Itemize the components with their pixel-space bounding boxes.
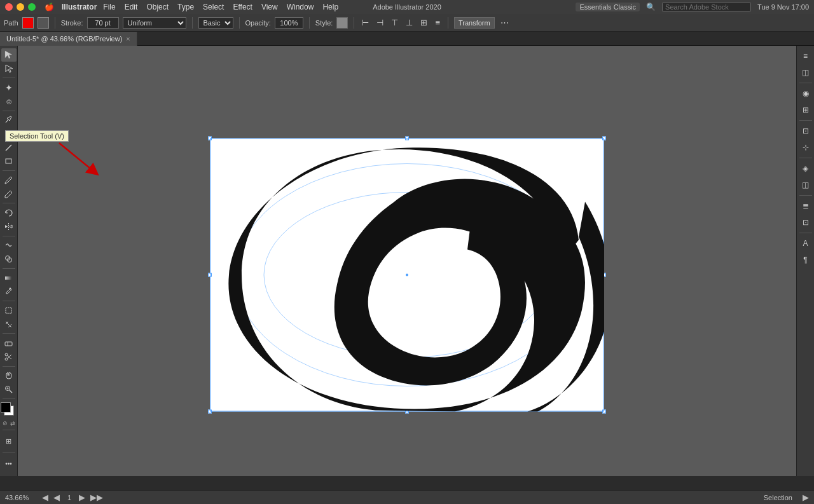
- close-button[interactable]: [5, 3, 13, 11]
- direct-selection-tool-btn[interactable]: [1, 62, 17, 76]
- lasso-btn[interactable]: ⌾: [1, 95, 17, 108]
- time-display: Tue 9 Nov 17:00: [757, 3, 809, 11]
- gradient-panel-btn[interactable]: ⊹: [798, 140, 813, 155]
- svg-line-14: [8, 355, 12, 359]
- align-top-btn[interactable]: ⊥: [404, 18, 415, 27]
- align-middle-btn[interactable]: ⊞: [418, 18, 429, 27]
- pen-btn[interactable]: [1, 113, 17, 126]
- color-swatches[interactable]: [1, 402, 17, 419]
- hand-btn[interactable]: [1, 369, 17, 382]
- transform-btn[interactable]: Transform: [454, 17, 495, 29]
- zoom-btn[interactable]: [1, 383, 17, 396]
- svg-rect-9: [6, 308, 11, 313]
- play-btn[interactable]: ▶: [803, 493, 809, 502]
- gradient-btn[interactable]: [1, 271, 17, 285]
- sep-bottom: [3, 430, 15, 430]
- last-page-btn[interactable]: ▶▶: [90, 493, 103, 502]
- next-page-btn[interactable]: ◀: [53, 493, 60, 502]
- none-icon[interactable]: ⊘: [3, 420, 8, 426]
- pencil-btn[interactable]: [1, 187, 17, 201]
- menu-select[interactable]: Select: [200, 1, 226, 13]
- tab-close-btn[interactable]: ×: [126, 35, 130, 43]
- foreground-color-swatch[interactable]: [1, 402, 11, 412]
- align-center-btn[interactable]: ⊣: [375, 18, 385, 27]
- paragraph-btn[interactable]: ¶: [798, 252, 813, 268]
- align-bottom-btn[interactable]: ≡: [433, 18, 442, 27]
- libraries-btn[interactable]: ◫: [798, 65, 813, 80]
- menu-object[interactable]: Object: [144, 1, 171, 13]
- stroke-value-input[interactable]: [87, 17, 119, 29]
- svg-line-15: [8, 355, 12, 358]
- menu-effect[interactable]: Effect: [230, 1, 254, 13]
- titlebar-right: Essentials Classic 🔍 Tue 9 Nov 17:00: [576, 2, 809, 12]
- page-number: 1: [67, 494, 71, 501]
- menu-file[interactable]: File: [100, 1, 118, 13]
- stroke-panel-btn[interactable]: ⊡: [798, 123, 813, 139]
- eyedropper-btn[interactable]: [1, 285, 17, 298]
- color-panel-btn[interactable]: ◉: [798, 86, 813, 101]
- reflect-btn[interactable]: [1, 220, 17, 233]
- pathfinder-btn[interactable]: ◫: [798, 177, 813, 193]
- search-input[interactable]: [662, 2, 751, 12]
- status-bar: 43.66% ◀ ◀ 1 ▶ ▶▶ Selection ▶: [0, 490, 814, 504]
- style-label2: Style:: [315, 19, 333, 27]
- slice-btn[interactable]: [1, 318, 17, 331]
- next-page-fwd-btn[interactable]: ▶: [79, 493, 85, 502]
- magic-wand-btn[interactable]: ✦: [1, 81, 17, 94]
- appearance-btn[interactable]: ◈: [798, 161, 813, 176]
- maximize-button[interactable]: [28, 3, 36, 11]
- selection-tool-btn[interactable]: [1, 48, 17, 62]
- rotate-btn[interactable]: [1, 206, 17, 219]
- menu-view[interactable]: View: [259, 1, 280, 13]
- artboard-btn[interactable]: [1, 304, 17, 317]
- transform-panel-btn[interactable]: ⊡: [798, 215, 813, 230]
- svg-rect-7: [5, 276, 12, 280]
- rect-btn[interactable]: [1, 155, 17, 168]
- divider3: [239, 17, 240, 29]
- character-btn[interactable]: A: [798, 236, 813, 251]
- right-panel: ≡ ◫ ◉ ⊞ ⊡ ⊹ ◈ ◫ ≣ ⊡ A ¶: [796, 46, 814, 476]
- sep7: [3, 301, 15, 301]
- document-tab[interactable]: Untitled-5* @ 43.66% (RGB/Preview) ×: [0, 32, 137, 46]
- app-title: Adobe Illustrator 2020: [373, 3, 441, 11]
- sep3: [3, 170, 15, 171]
- prev-page-btn[interactable]: ◀: [42, 493, 48, 502]
- type-btn[interactable]: T: [1, 127, 17, 140]
- style-swatch[interactable]: [336, 17, 348, 29]
- layers-icon[interactable]: ⊞: [1, 433, 17, 449]
- fill-indicator[interactable]: [38, 17, 49, 29]
- eraser-btn[interactable]: [1, 336, 17, 350]
- line-btn[interactable]: [1, 141, 17, 154]
- swap-icon[interactable]: ⇄: [10, 420, 15, 426]
- paintbrush-btn[interactable]: [1, 174, 17, 187]
- svg-line-2: [6, 145, 11, 151]
- shape-builder-btn[interactable]: [1, 252, 17, 266]
- canvas-area[interactable]: [18, 46, 796, 476]
- scissors-btn[interactable]: [1, 350, 17, 364]
- swatches-btn[interactable]: ⊞: [798, 102, 813, 118]
- menu-help[interactable]: Help: [320, 1, 341, 13]
- svg-line-17: [10, 390, 12, 393]
- menu-type[interactable]: Type: [175, 1, 197, 13]
- tab-title: Untitled-5* @ 43.66% (RGB/Preview): [6, 35, 122, 43]
- properties-btn[interactable]: ≡: [798, 48, 813, 64]
- more-tools-btn[interactable]: •••: [1, 456, 17, 471]
- stroke-color-swatch[interactable]: [22, 17, 34, 29]
- stroke-type-select[interactable]: Uniform Width Profile 1: [123, 17, 186, 29]
- rp-sep2: [799, 120, 812, 121]
- minimize-button[interactable]: [17, 3, 24, 11]
- style-select[interactable]: Basic: [198, 17, 233, 29]
- menu-window[interactable]: Window: [284, 1, 317, 13]
- align-panel-btn[interactable]: ≣: [798, 198, 813, 214]
- warp-btn[interactable]: [1, 239, 17, 252]
- menu-edit[interactable]: Edit: [122, 1, 141, 13]
- svg-rect-10: [5, 342, 12, 346]
- align-left-btn[interactable]: ⊢: [360, 18, 371, 27]
- more-options-btn[interactable]: ⋯: [499, 18, 511, 27]
- window-controls[interactable]: 🍎 Illustrator File Edit Object Type Sele…: [5, 1, 341, 13]
- rp-sep3: [799, 158, 812, 158]
- workspace-selector[interactable]: Essentials Classic: [576, 3, 640, 11]
- align-right-btn[interactable]: ⊤: [389, 18, 400, 27]
- opacity-input[interactable]: [275, 17, 303, 29]
- artwork: [210, 138, 604, 411]
